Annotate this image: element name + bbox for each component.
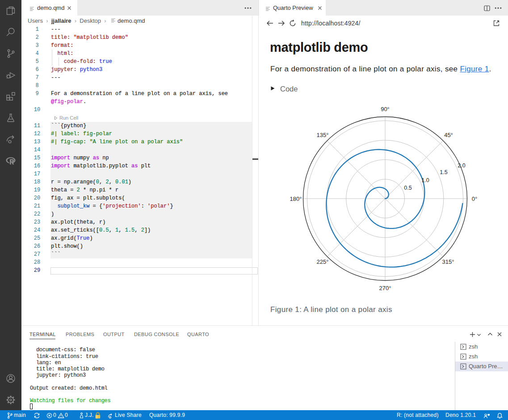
svg-text:135°: 135° — [317, 132, 329, 138]
svg-text:90°: 90° — [381, 106, 390, 112]
svg-text:225°: 225° — [317, 258, 329, 265]
svg-text:180°: 180° — [290, 195, 302, 202]
svg-text:1.5: 1.5 — [440, 169, 447, 175]
svg-text:2.0: 2.0 — [458, 162, 465, 169]
svg-text:0.5: 0.5 — [404, 185, 411, 191]
svg-text:270°: 270° — [379, 285, 391, 291]
svg-text:0°: 0° — [472, 195, 477, 202]
svg-text:315°: 315° — [442, 258, 454, 265]
svg-text:1.0: 1.0 — [421, 177, 429, 183]
svg-text:45°: 45° — [444, 132, 453, 138]
